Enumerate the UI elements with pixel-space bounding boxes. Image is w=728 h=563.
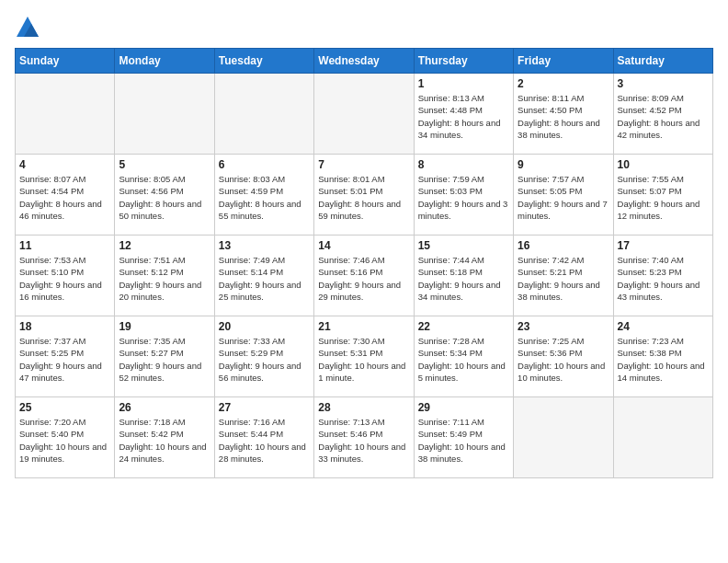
calendar-cell: 21Sunrise: 7:30 AM Sunset: 5:31 PM Dayli… — [314, 316, 414, 397]
day-info: Sunrise: 7:40 AM Sunset: 5:23 PM Dayligh… — [618, 254, 709, 303]
day-info: Sunrise: 7:42 AM Sunset: 5:21 PM Dayligh… — [518, 254, 609, 303]
calendar-cell: 10Sunrise: 7:55 AM Sunset: 5:07 PM Dayli… — [613, 155, 712, 236]
day-number: 28 — [318, 401, 409, 414]
day-number: 6 — [219, 158, 310, 171]
day-number: 26 — [119, 401, 210, 414]
calendar-cell: 18Sunrise: 7:37 AM Sunset: 5:25 PM Dayli… — [16, 316, 115, 397]
day-info: Sunrise: 7:44 AM Sunset: 5:18 PM Dayligh… — [418, 254, 509, 303]
calendar-cell: 24Sunrise: 7:23 AM Sunset: 5:38 PM Dayli… — [613, 316, 712, 397]
week-row-1: 1Sunrise: 8:13 AM Sunset: 4:48 PM Daylig… — [16, 74, 713, 155]
logo-icon — [15, 15, 40, 40]
calendar-cell — [16, 74, 115, 155]
day-number: 20 — [219, 320, 310, 333]
day-number: 9 — [518, 158, 609, 171]
calendar-cell — [613, 397, 712, 478]
day-number: 15 — [418, 239, 509, 252]
calendar-cell: 29Sunrise: 7:11 AM Sunset: 5:49 PM Dayli… — [414, 397, 513, 478]
calendar-cell: 4Sunrise: 8:07 AM Sunset: 4:54 PM Daylig… — [16, 155, 115, 236]
calendar-cell: 25Sunrise: 7:20 AM Sunset: 5:40 PM Dayli… — [16, 397, 115, 478]
page-header — [15, 15, 713, 40]
day-number: 27 — [219, 401, 310, 414]
day-info: Sunrise: 7:46 AM Sunset: 5:16 PM Dayligh… — [318, 254, 409, 303]
day-header-sunday: Sunday — [16, 49, 115, 74]
calendar-cell — [214, 74, 313, 155]
calendar-cell: 1Sunrise: 8:13 AM Sunset: 4:48 PM Daylig… — [414, 74, 513, 155]
calendar-cell: 9Sunrise: 7:57 AM Sunset: 5:05 PM Daylig… — [514, 155, 613, 236]
day-number: 13 — [219, 239, 310, 252]
calendar-cell: 14Sunrise: 7:46 AM Sunset: 5:16 PM Dayli… — [314, 236, 414, 316]
day-info: Sunrise: 7:55 AM Sunset: 5:07 PM Dayligh… — [618, 173, 709, 222]
day-info: Sunrise: 8:09 AM Sunset: 4:52 PM Dayligh… — [618, 92, 709, 141]
day-info: Sunrise: 7:33 AM Sunset: 5:29 PM Dayligh… — [219, 335, 310, 384]
week-row-3: 11Sunrise: 7:53 AM Sunset: 5:10 PM Dayli… — [16, 236, 713, 316]
day-header-tuesday: Tuesday — [214, 49, 313, 74]
day-number: 22 — [418, 320, 509, 333]
day-number: 21 — [318, 320, 409, 333]
day-number: 16 — [518, 239, 609, 252]
day-info: Sunrise: 7:59 AM Sunset: 5:03 PM Dayligh… — [418, 173, 509, 222]
day-info: Sunrise: 8:05 AM Sunset: 4:56 PM Dayligh… — [119, 173, 210, 222]
day-info: Sunrise: 7:11 AM Sunset: 5:49 PM Dayligh… — [418, 416, 509, 465]
day-header-saturday: Saturday — [613, 49, 712, 74]
week-row-2: 4Sunrise: 8:07 AM Sunset: 4:54 PM Daylig… — [16, 155, 713, 236]
day-info: Sunrise: 7:51 AM Sunset: 5:12 PM Dayligh… — [119, 254, 210, 303]
day-info: Sunrise: 7:37 AM Sunset: 5:25 PM Dayligh… — [19, 335, 110, 384]
day-info: Sunrise: 7:18 AM Sunset: 5:42 PM Dayligh… — [119, 416, 210, 465]
day-number: 18 — [19, 320, 110, 333]
calendar-cell: 15Sunrise: 7:44 AM Sunset: 5:18 PM Dayli… — [414, 236, 513, 316]
calendar-cell: 13Sunrise: 7:49 AM Sunset: 5:14 PM Dayli… — [214, 236, 313, 316]
day-number: 1 — [418, 77, 509, 90]
day-info: Sunrise: 7:23 AM Sunset: 5:38 PM Dayligh… — [618, 335, 709, 384]
calendar-cell: 19Sunrise: 7:35 AM Sunset: 5:27 PM Dayli… — [115, 316, 214, 397]
calendar-cell: 20Sunrise: 7:33 AM Sunset: 5:29 PM Dayli… — [214, 316, 313, 397]
day-info: Sunrise: 8:03 AM Sunset: 4:59 PM Dayligh… — [219, 173, 310, 222]
day-number: 10 — [618, 158, 709, 171]
day-info: Sunrise: 8:11 AM Sunset: 4:50 PM Dayligh… — [518, 92, 609, 141]
day-number: 25 — [19, 401, 110, 414]
day-info: Sunrise: 8:07 AM Sunset: 4:54 PM Dayligh… — [19, 173, 110, 222]
day-number: 3 — [618, 77, 709, 90]
day-info: Sunrise: 7:57 AM Sunset: 5:05 PM Dayligh… — [518, 173, 609, 222]
calendar-header: SundayMondayTuesdayWednesdayThursdayFrid… — [16, 49, 713, 74]
day-info: Sunrise: 7:53 AM Sunset: 5:10 PM Dayligh… — [19, 254, 110, 303]
day-number: 11 — [19, 239, 110, 252]
calendar-cell: 3Sunrise: 8:09 AM Sunset: 4:52 PM Daylig… — [613, 74, 712, 155]
week-row-4: 18Sunrise: 7:37 AM Sunset: 5:25 PM Dayli… — [16, 316, 713, 397]
days-of-week-row: SundayMondayTuesdayWednesdayThursdayFrid… — [16, 49, 713, 74]
calendar-cell — [314, 74, 414, 155]
day-number: 19 — [119, 320, 210, 333]
day-number: 2 — [518, 77, 609, 90]
day-number: 4 — [19, 158, 110, 171]
day-info: Sunrise: 7:49 AM Sunset: 5:14 PM Dayligh… — [219, 254, 310, 303]
day-header-thursday: Thursday — [414, 49, 513, 74]
day-number: 17 — [618, 239, 709, 252]
day-header-friday: Friday — [514, 49, 613, 74]
calendar-cell: 7Sunrise: 8:01 AM Sunset: 5:01 PM Daylig… — [314, 155, 414, 236]
day-info: Sunrise: 7:25 AM Sunset: 5:36 PM Dayligh… — [518, 335, 609, 384]
calendar-cell: 23Sunrise: 7:25 AM Sunset: 5:36 PM Dayli… — [514, 316, 613, 397]
calendar-cell: 16Sunrise: 7:42 AM Sunset: 5:21 PM Dayli… — [514, 236, 613, 316]
calendar-table: SundayMondayTuesdayWednesdayThursdayFrid… — [15, 48, 713, 478]
logo — [15, 15, 44, 40]
calendar-cell — [514, 397, 613, 478]
day-number: 12 — [119, 239, 210, 252]
day-number: 24 — [618, 320, 709, 333]
calendar-body: 1Sunrise: 8:13 AM Sunset: 4:48 PM Daylig… — [16, 74, 713, 478]
calendar-cell — [115, 74, 214, 155]
calendar-cell: 17Sunrise: 7:40 AM Sunset: 5:23 PM Dayli… — [613, 236, 712, 316]
day-info: Sunrise: 7:35 AM Sunset: 5:27 PM Dayligh… — [119, 335, 210, 384]
calendar-cell: 2Sunrise: 8:11 AM Sunset: 4:50 PM Daylig… — [514, 74, 613, 155]
calendar-cell: 6Sunrise: 8:03 AM Sunset: 4:59 PM Daylig… — [214, 155, 313, 236]
calendar-cell: 26Sunrise: 7:18 AM Sunset: 5:42 PM Dayli… — [115, 397, 214, 478]
day-number: 5 — [119, 158, 210, 171]
day-info: Sunrise: 8:01 AM Sunset: 5:01 PM Dayligh… — [318, 173, 409, 222]
calendar-cell: 22Sunrise: 7:28 AM Sunset: 5:34 PM Dayli… — [414, 316, 513, 397]
calendar-cell: 12Sunrise: 7:51 AM Sunset: 5:12 PM Dayli… — [115, 236, 214, 316]
day-number: 29 — [418, 401, 509, 414]
day-info: Sunrise: 7:28 AM Sunset: 5:34 PM Dayligh… — [418, 335, 509, 384]
day-info: Sunrise: 7:30 AM Sunset: 5:31 PM Dayligh… — [318, 335, 409, 384]
day-header-monday: Monday — [115, 49, 214, 74]
day-info: Sunrise: 7:13 AM Sunset: 5:46 PM Dayligh… — [318, 416, 409, 465]
calendar-cell: 27Sunrise: 7:16 AM Sunset: 5:44 PM Dayli… — [214, 397, 313, 478]
day-header-wednesday: Wednesday — [314, 49, 414, 74]
